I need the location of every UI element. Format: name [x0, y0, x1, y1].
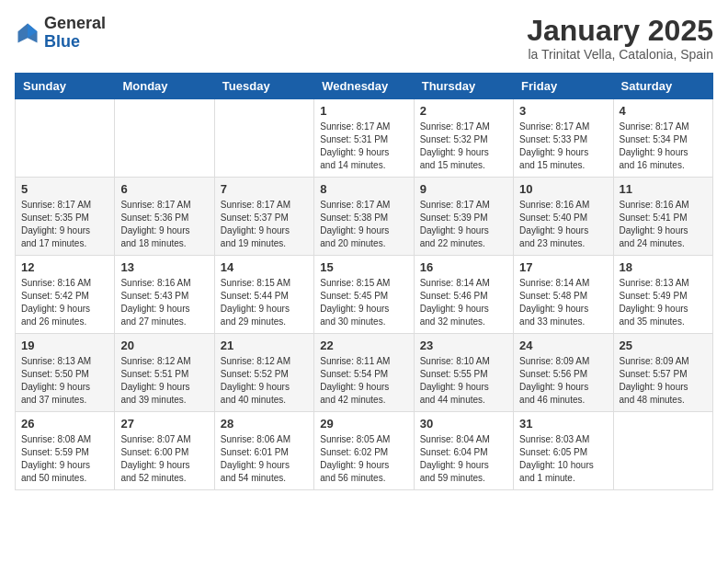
week-row-3: 12Sunrise: 8:16 AM Sunset: 5:42 PM Dayli… [16, 256, 713, 334]
page-header: General Blue January 2025 la Trinitat Ve… [15, 15, 713, 62]
day-info: Sunrise: 8:14 AM Sunset: 5:48 PM Dayligh… [519, 277, 607, 328]
day-info: Sunrise: 8:12 AM Sunset: 5:52 PM Dayligh… [221, 355, 308, 407]
weekday-header-monday: Monday [115, 74, 214, 99]
day-number: 29 [320, 417, 407, 431]
calendar-cell: 7Sunrise: 8:17 AM Sunset: 5:37 PM Daylig… [214, 178, 313, 256]
day-info: Sunrise: 8:17 AM Sunset: 5:39 PM Dayligh… [420, 199, 507, 250]
calendar-table: SundayMondayTuesdayWednesdayThursdayFrid… [15, 73, 713, 490]
day-info: Sunrise: 8:07 AM Sunset: 6:00 PM Dayligh… [120, 433, 208, 485]
calendar-cell: 4Sunrise: 8:17 AM Sunset: 5:34 PM Daylig… [613, 99, 712, 178]
location-text: la Trinitat Vella, Catalonia, Spain [527, 47, 713, 62]
calendar-cell: 18Sunrise: 8:13 AM Sunset: 5:49 PM Dayli… [613, 256, 712, 334]
logo-icon [15, 20, 40, 46]
calendar-cell: 2Sunrise: 8:17 AM Sunset: 5:32 PM Daylig… [414, 99, 513, 178]
day-number: 25 [620, 339, 707, 352]
weekday-header-sunday: Sunday [16, 74, 115, 99]
calendar-cell: 16Sunrise: 8:14 AM Sunset: 5:46 PM Dayli… [414, 256, 513, 334]
day-number: 4 [620, 104, 707, 118]
day-number: 22 [320, 339, 407, 352]
calendar-cell: 22Sunrise: 8:11 AM Sunset: 5:54 PM Dayli… [314, 334, 414, 412]
day-info: Sunrise: 8:15 AM Sunset: 5:44 PM Dayligh… [221, 277, 308, 328]
day-info: Sunrise: 8:03 AM Sunset: 6:05 PM Dayligh… [519, 433, 607, 485]
calendar-cell: 3Sunrise: 8:17 AM Sunset: 5:33 PM Daylig… [514, 99, 613, 178]
day-number: 17 [519, 260, 607, 274]
day-number: 5 [21, 182, 108, 196]
calendar-cell: 30Sunrise: 8:04 AM Sunset: 6:04 PM Dayli… [414, 412, 513, 490]
day-info: Sunrise: 8:16 AM Sunset: 5:40 PM Dayligh… [519, 199, 607, 250]
weekday-header-friday: Friday [514, 74, 613, 99]
day-info: Sunrise: 8:13 AM Sunset: 5:49 PM Dayligh… [620, 277, 707, 328]
weekday-header-thursday: Thursday [414, 74, 513, 99]
day-number: 6 [120, 182, 208, 196]
day-info: Sunrise: 8:17 AM Sunset: 5:32 PM Dayligh… [420, 121, 507, 172]
calendar-cell: 20Sunrise: 8:12 AM Sunset: 5:51 PM Dayli… [115, 334, 214, 412]
calendar-cell [214, 99, 313, 178]
calendar-cell: 28Sunrise: 8:06 AM Sunset: 6:01 PM Dayli… [214, 412, 313, 490]
day-number: 15 [320, 260, 407, 274]
day-number: 20 [120, 339, 208, 352]
day-info: Sunrise: 8:09 AM Sunset: 5:56 PM Dayligh… [519, 355, 607, 407]
day-info: Sunrise: 8:17 AM Sunset: 5:38 PM Dayligh… [320, 199, 407, 250]
day-info: Sunrise: 8:16 AM Sunset: 5:41 PM Dayligh… [620, 199, 707, 250]
day-info: Sunrise: 8:06 AM Sunset: 6:01 PM Dayligh… [221, 433, 308, 485]
day-number: 30 [420, 417, 507, 431]
calendar-cell: 31Sunrise: 8:03 AM Sunset: 6:05 PM Dayli… [514, 412, 613, 490]
day-number: 28 [221, 417, 308, 431]
day-number: 2 [420, 104, 507, 118]
day-number: 23 [420, 339, 507, 352]
day-number: 1 [320, 104, 407, 118]
calendar-cell: 5Sunrise: 8:17 AM Sunset: 5:35 PM Daylig… [16, 178, 115, 256]
day-info: Sunrise: 8:11 AM Sunset: 5:54 PM Dayligh… [320, 355, 407, 407]
day-number: 8 [320, 182, 407, 196]
day-number: 3 [519, 104, 607, 118]
day-number: 14 [221, 260, 308, 274]
day-number: 19 [21, 339, 108, 352]
day-info: Sunrise: 8:15 AM Sunset: 5:45 PM Dayligh… [320, 277, 407, 328]
day-info: Sunrise: 8:16 AM Sunset: 5:42 PM Dayligh… [21, 277, 108, 328]
day-number: 7 [221, 182, 308, 196]
day-number: 13 [120, 260, 208, 274]
calendar-cell: 6Sunrise: 8:17 AM Sunset: 5:36 PM Daylig… [115, 178, 214, 256]
day-info: Sunrise: 8:10 AM Sunset: 5:55 PM Dayligh… [420, 355, 507, 407]
day-info: Sunrise: 8:09 AM Sunset: 5:57 PM Dayligh… [620, 355, 707, 407]
day-info: Sunrise: 8:17 AM Sunset: 5:35 PM Dayligh… [21, 199, 108, 250]
calendar-cell [115, 99, 214, 178]
calendar-cell: 13Sunrise: 8:16 AM Sunset: 5:43 PM Dayli… [115, 256, 214, 334]
day-info: Sunrise: 8:13 AM Sunset: 5:50 PM Dayligh… [21, 355, 108, 407]
day-info: Sunrise: 8:04 AM Sunset: 6:04 PM Dayligh… [420, 433, 507, 485]
day-number: 11 [620, 182, 707, 196]
calendar-cell: 24Sunrise: 8:09 AM Sunset: 5:56 PM Dayli… [514, 334, 613, 412]
title-block: January 2025 la Trinitat Vella, Cataloni… [527, 15, 713, 62]
calendar-cell: 10Sunrise: 8:16 AM Sunset: 5:40 PM Dayli… [514, 178, 613, 256]
day-info: Sunrise: 8:14 AM Sunset: 5:46 PM Dayligh… [420, 277, 507, 328]
calendar-cell: 26Sunrise: 8:08 AM Sunset: 5:59 PM Dayli… [16, 412, 115, 490]
calendar-cell: 27Sunrise: 8:07 AM Sunset: 6:00 PM Dayli… [115, 412, 214, 490]
weekday-header-wednesday: Wednesday [314, 74, 414, 99]
day-info: Sunrise: 8:05 AM Sunset: 6:02 PM Dayligh… [320, 433, 407, 485]
logo: General Blue [15, 15, 106, 52]
calendar-cell: 11Sunrise: 8:16 AM Sunset: 5:41 PM Dayli… [613, 178, 712, 256]
day-number: 21 [221, 339, 308, 352]
day-info: Sunrise: 8:12 AM Sunset: 5:51 PM Dayligh… [120, 355, 208, 407]
calendar-cell: 29Sunrise: 8:05 AM Sunset: 6:02 PM Dayli… [314, 412, 414, 490]
calendar-cell: 8Sunrise: 8:17 AM Sunset: 5:38 PM Daylig… [314, 178, 414, 256]
weekday-header-row: SundayMondayTuesdayWednesdayThursdayFrid… [16, 74, 713, 99]
calendar-cell: 23Sunrise: 8:10 AM Sunset: 5:55 PM Dayli… [414, 334, 513, 412]
day-number: 24 [519, 339, 607, 352]
calendar-cell [613, 412, 712, 490]
calendar-cell: 19Sunrise: 8:13 AM Sunset: 5:50 PM Dayli… [16, 334, 115, 412]
calendar-cell: 15Sunrise: 8:15 AM Sunset: 5:45 PM Dayli… [314, 256, 414, 334]
logo-general-text: General [44, 14, 106, 32]
calendar-cell: 9Sunrise: 8:17 AM Sunset: 5:39 PM Daylig… [414, 178, 513, 256]
day-info: Sunrise: 8:17 AM Sunset: 5:33 PM Dayligh… [519, 121, 607, 172]
day-number: 9 [420, 182, 507, 196]
week-row-1: 1Sunrise: 8:17 AM Sunset: 5:31 PM Daylig… [16, 99, 713, 178]
calendar-cell [16, 99, 115, 178]
calendar-cell: 21Sunrise: 8:12 AM Sunset: 5:52 PM Dayli… [214, 334, 313, 412]
week-row-5: 26Sunrise: 8:08 AM Sunset: 5:59 PM Dayli… [16, 412, 713, 490]
calendar-cell: 1Sunrise: 8:17 AM Sunset: 5:31 PM Daylig… [314, 99, 414, 178]
day-info: Sunrise: 8:16 AM Sunset: 5:43 PM Dayligh… [120, 277, 208, 328]
day-number: 12 [21, 260, 108, 274]
calendar-cell: 12Sunrise: 8:16 AM Sunset: 5:42 PM Dayli… [16, 256, 115, 334]
day-number: 10 [519, 182, 607, 196]
